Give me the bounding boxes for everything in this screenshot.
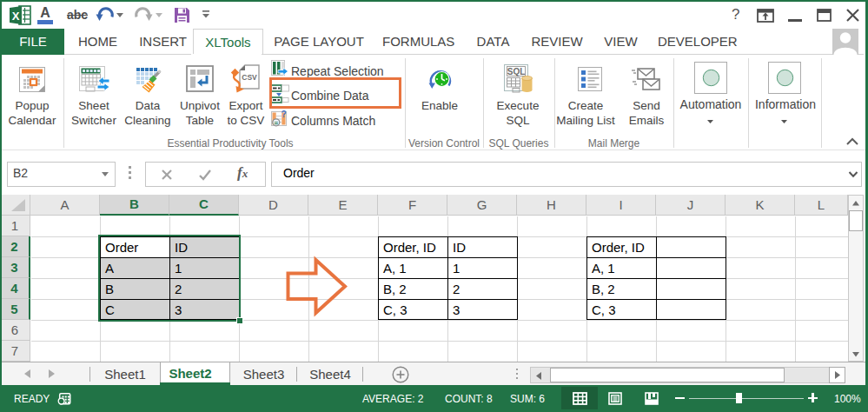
svg-text:?: ? bbox=[282, 110, 287, 119]
svg-text:=: = bbox=[274, 119, 278, 127]
svg-text:X: X bbox=[12, 10, 20, 23]
svg-text:CSV: CSV bbox=[242, 73, 257, 82]
svg-text:SQL: SQL bbox=[507, 67, 526, 76]
